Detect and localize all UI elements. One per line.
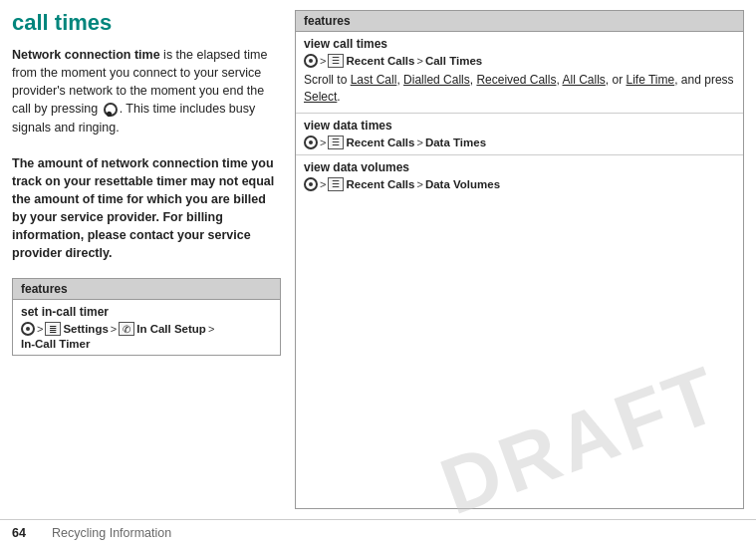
view-data-times-section: view data times > ☰ Recent Calls > Data …: [296, 114, 743, 155]
set-in-call-timer-instruction: > ≣ Settings > ✆ In Call Setup > In-Call…: [21, 322, 272, 350]
recent-calls-data-times-path: Recent Calls: [346, 136, 414, 148]
left-column: call times Network connection time is th…: [12, 10, 281, 509]
in-call-timer-dest: In-Call Timer: [21, 338, 90, 350]
view-data-volumes-section: view data volumes > ☰ Recent Calls > Dat…: [296, 155, 743, 196]
in-call-setup-path: In Call Setup: [136, 323, 206, 335]
in-call-setup-icon: ✆: [119, 322, 134, 336]
right-features-box: features view call times > ☰ Recent Call…: [295, 10, 744, 509]
view-data-times-label: view data times: [304, 119, 735, 133]
data-volumes-dest: Data Volumes: [425, 178, 500, 190]
recent-calls-path: Recent Calls: [346, 55, 414, 67]
select-link: Select: [304, 90, 337, 104]
call-times-dest: Call Times: [425, 55, 482, 67]
all-calls-link: All Calls: [562, 73, 605, 87]
footer-text: Recycling Information: [52, 526, 171, 540]
page-container: call times Network connection time is th…: [0, 0, 756, 546]
nav-dot-icon: [21, 322, 35, 336]
nav-dot-data-volumes-icon: [304, 177, 318, 191]
set-in-call-timer-label: set in-call timer: [21, 305, 272, 319]
body-paragraph-2: The amount of network connection time yo…: [12, 154, 281, 263]
data-times-dest: Data Times: [425, 136, 486, 148]
received-calls-link: Received Calls: [476, 73, 556, 87]
view-data-times-instruction: > ☰ Recent Calls > Data Times: [304, 136, 735, 149]
life-time-link: Life Time: [627, 73, 675, 87]
settings-path: Settings: [63, 323, 108, 335]
left-features-header: features: [13, 279, 280, 300]
nav-dot-data-times-icon: [304, 136, 318, 149]
view-call-times-instruction: > ☰ Recent Calls > Call Times: [304, 54, 735, 68]
recent-calls-data-times-icon: ☰: [328, 136, 344, 149]
view-data-volumes-label: view data volumes: [304, 160, 735, 174]
nav-dot-call-icon: [304, 54, 318, 68]
view-data-volumes-instruction: > ☰ Recent Calls > Data Volumes: [304, 177, 735, 191]
settings-icon: ≣: [45, 322, 61, 336]
main-content: call times Network connection time is th…: [0, 0, 756, 519]
page-footer: 64 Recycling Information: [0, 519, 756, 546]
view-call-times-label: view call times: [304, 37, 735, 51]
set-in-call-timer-section: set in-call timer > ≣ Settings > ✆ In Ca…: [13, 300, 280, 355]
page-title: call times: [12, 10, 281, 36]
recent-calls-data-volumes-path: Recent Calls: [346, 178, 414, 190]
recent-calls-icon: ☰: [328, 54, 344, 68]
left-features-box: features set in-call timer > ≣ Settings …: [12, 278, 281, 356]
view-call-times-section: view call times > ☰ Recent Calls > Call …: [296, 32, 743, 114]
recent-calls-data-volumes-icon: ☰: [328, 177, 344, 191]
dialled-calls-link: Dialled Calls: [403, 73, 470, 87]
scroll-instruction: Scroll to Last Call, Dialled Calls, Rece…: [304, 72, 735, 106]
page-number: 64: [12, 526, 36, 540]
network-connection-time-label: Network connection time: [12, 48, 160, 62]
body-paragraph-1: Network connection time is the elapsed t…: [12, 46, 281, 136]
right-features-header: features: [296, 11, 743, 32]
right-column: features view call times > ☰ Recent Call…: [295, 10, 744, 509]
last-call-link: Last Call: [351, 73, 397, 87]
